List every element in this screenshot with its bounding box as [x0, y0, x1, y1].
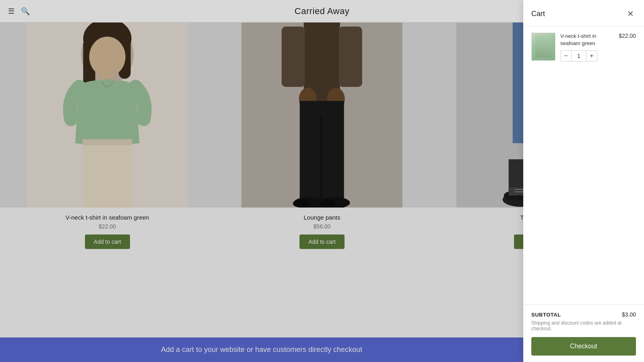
cart-item-name: V-neck t-shirt in seafoam green	[560, 33, 614, 47]
cart-item: V-neck t-shirt in seafoam green − 1 + $2…	[531, 33, 636, 62]
quantity-increase-button[interactable]: +	[586, 50, 597, 62]
cart-sidebar: Cart ✕ V-neck t-shirt in seafoam green −…	[523, 0, 644, 257]
cart-item-details: V-neck t-shirt in seafoam green − 1 +	[560, 33, 614, 62]
quantity-value: 1	[572, 50, 586, 62]
cart-items-list: V-neck t-shirt in seafoam green − 1 + $2…	[523, 26, 644, 257]
cart-item-quantity: − 1 +	[560, 50, 614, 62]
cart-title: Cart	[531, 10, 545, 18]
cart-close-button[interactable]: ✕	[625, 8, 636, 19]
cart-item-thumbnail	[531, 33, 555, 61]
cart-item-price: $22.00	[619, 33, 636, 39]
cart-header: Cart ✕	[523, 0, 644, 26]
quantity-decrease-button[interactable]: −	[560, 50, 572, 62]
